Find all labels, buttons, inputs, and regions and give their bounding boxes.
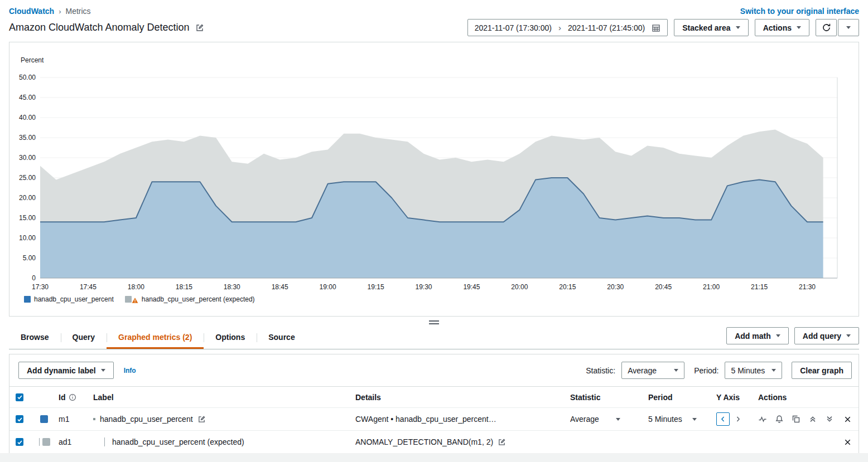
clear-graph-label: Clear graph bbox=[800, 366, 843, 375]
sparkline-icon[interactable] bbox=[758, 415, 767, 424]
tree-root-marker bbox=[93, 418, 95, 420]
row-ad1-label: hanadb_cpu_user_percent (expected) bbox=[112, 437, 244, 446]
refresh-interval-dropdown[interactable] bbox=[838, 19, 859, 36]
svg-text:50.00: 50.00 bbox=[19, 74, 36, 81]
tab-browse[interactable]: Browse bbox=[9, 326, 61, 349]
legend-label-actual: hanadb_cpu_user_percent bbox=[34, 295, 114, 303]
chevron-down-icon bbox=[616, 418, 620, 421]
tab-graphed-metrics[interactable]: Graphed metrics (2) bbox=[107, 326, 204, 349]
chevron-down-icon bbox=[674, 369, 678, 372]
calendar-icon bbox=[652, 23, 660, 32]
date-end: 2021-11-07 (21:45:00) bbox=[568, 23, 645, 32]
resize-handle[interactable] bbox=[0, 317, 868, 326]
svg-text:Percent: Percent bbox=[21, 56, 44, 64]
chevron-down-icon bbox=[692, 418, 697, 421]
row-ad1-checkbox[interactable] bbox=[16, 438, 23, 446]
edit-title-icon[interactable] bbox=[195, 23, 204, 32]
svg-text:0: 0 bbox=[32, 274, 36, 282]
row-m1-statistic-select[interactable]: Average bbox=[570, 415, 648, 424]
chevron-down-icon bbox=[797, 26, 801, 29]
chart-type-value: Stacked area bbox=[682, 23, 730, 32]
info-link[interactable]: Info bbox=[124, 367, 136, 375]
row-m1-checkbox[interactable] bbox=[16, 415, 23, 423]
remove-metric-icon[interactable] bbox=[843, 415, 852, 424]
statistic-select[interactable]: Average bbox=[621, 362, 684, 379]
remove-metric-icon[interactable] bbox=[843, 438, 852, 446]
details-expression: ANOMALY_DETECTION_BAND(m1, 2) bbox=[355, 437, 493, 446]
add-query-dropdown[interactable]: Add query bbox=[794, 327, 859, 344]
add-dynamic-label-dropdown[interactable]: Add dynamic label bbox=[18, 362, 114, 379]
clear-graph-button[interactable]: Clear graph bbox=[792, 362, 852, 379]
date-start: 2021-11-07 (17:30:00) bbox=[475, 23, 552, 32]
top-bar: CloudWatch › Metrics Switch to your orig… bbox=[0, 0, 868, 17]
edit-expression-icon[interactable] bbox=[498, 438, 506, 446]
tab-query[interactable]: Query bbox=[61, 326, 107, 349]
switch-interface-link[interactable]: Switch to your original interface bbox=[740, 7, 859, 16]
tabs-row: Browse Query Graphed metrics (2) Options… bbox=[9, 326, 859, 349]
details-metric-name[interactable]: hanadb_cpu_user_percent… bbox=[396, 415, 496, 424]
table-row-m1: m1 hanadb_cpu_user_percent CWAgent • han… bbox=[9, 407, 859, 430]
row-m1-period-select[interactable]: 5 Minutes bbox=[648, 415, 716, 424]
breadcrumb-chevron-icon: › bbox=[59, 7, 61, 16]
details-namespace: CWAgent • bbox=[355, 415, 396, 424]
actions-dropdown[interactable]: Actions bbox=[755, 19, 809, 36]
move-down-icon[interactable] bbox=[825, 415, 834, 424]
page-title: Amazon CloudWatch Anomaly Detection bbox=[9, 22, 190, 33]
header-id: Id bbox=[59, 393, 65, 402]
svg-text:35.00: 35.00 bbox=[19, 134, 36, 142]
legend-item-expected[interactable]: hanadb_cpu_user_percent (expected) bbox=[125, 295, 255, 304]
footer-strip bbox=[0, 453, 868, 462]
date-range-picker[interactable]: 2021-11-07 (17:30:00) › 2021-11-07 (21:4… bbox=[467, 19, 668, 36]
row-ad1-id: ad1 bbox=[59, 437, 93, 446]
y-axis-right-button[interactable] bbox=[731, 412, 745, 426]
svg-text:19:30: 19:30 bbox=[415, 283, 432, 291]
duplicate-icon[interactable] bbox=[792, 415, 801, 424]
metrics-table-header: Id Label Details Statistic Period Y Axis… bbox=[9, 386, 859, 407]
chevron-down-icon bbox=[846, 334, 851, 337]
row-m1-details[interactable]: CWAgent • hanadb_cpu_user_percent… bbox=[355, 415, 570, 424]
legend-swatch-expected bbox=[125, 296, 132, 303]
legend-item-actual[interactable]: hanadb_cpu_user_percent bbox=[24, 295, 114, 303]
metrics-toolbar: Add dynamic label Info Statistic: Averag… bbox=[9, 354, 859, 386]
header-period: Period bbox=[648, 393, 716, 402]
table-row-ad1: ad1 hanadb_cpu_user_percent (expected) A… bbox=[9, 430, 859, 453]
metric-color-swatch[interactable] bbox=[40, 415, 48, 423]
breadcrumb-cloudwatch-link[interactable]: CloudWatch bbox=[9, 7, 54, 16]
anomaly-detection-chart[interactable]: 50.0045.0040.0035.0030.0025.0020.0015.00… bbox=[9, 42, 859, 292]
add-math-label: Add math bbox=[735, 332, 771, 341]
metric-color-swatch[interactable] bbox=[42, 438, 50, 446]
svg-text:15.00: 15.00 bbox=[19, 214, 36, 222]
svg-text:40.00: 40.00 bbox=[19, 114, 36, 121]
period-select[interactable]: 5 Minutes bbox=[725, 362, 782, 379]
move-up-icon[interactable] bbox=[808, 415, 817, 424]
y-axis-left-button[interactable] bbox=[716, 412, 730, 426]
graphed-metrics-panel: Add dynamic label Info Statistic: Averag… bbox=[9, 354, 859, 454]
svg-text:18:30: 18:30 bbox=[224, 283, 240, 291]
svg-text:20:30: 20:30 bbox=[607, 283, 624, 291]
add-math-dropdown[interactable]: Add math bbox=[726, 327, 789, 344]
chevron-down-icon bbox=[846, 26, 851, 29]
svg-text:18:15: 18:15 bbox=[176, 283, 192, 291]
svg-text:19:00: 19:00 bbox=[320, 283, 336, 291]
refresh-button[interactable] bbox=[816, 19, 837, 36]
edit-label-icon[interactable] bbox=[197, 415, 206, 424]
svg-text:20:15: 20:15 bbox=[559, 283, 576, 291]
svg-text:20.00: 20.00 bbox=[19, 194, 36, 202]
svg-text:10.00: 10.00 bbox=[19, 234, 36, 242]
svg-text:18:45: 18:45 bbox=[272, 283, 288, 291]
actions-label: Actions bbox=[763, 23, 792, 32]
title-row: Amazon CloudWatch Anomaly Detection 2021… bbox=[0, 17, 868, 42]
svg-text:21:30: 21:30 bbox=[799, 283, 816, 291]
statistic-value: Average bbox=[628, 366, 657, 375]
info-icon[interactable] bbox=[69, 393, 76, 401]
header-actions: Actions bbox=[758, 393, 859, 402]
tab-options[interactable]: Options bbox=[204, 326, 257, 349]
alarm-bell-icon[interactable] bbox=[775, 415, 784, 424]
select-all-checkbox[interactable] bbox=[16, 393, 23, 401]
tab-source[interactable]: Source bbox=[257, 326, 306, 349]
add-query-label: Add query bbox=[803, 332, 841, 341]
chevron-down-icon bbox=[776, 334, 780, 337]
legend-label-expected: hanadb_cpu_user_percent (expected) bbox=[142, 295, 255, 303]
svg-text:25.00: 25.00 bbox=[19, 174, 36, 182]
chart-type-dropdown[interactable]: Stacked area bbox=[674, 19, 748, 36]
